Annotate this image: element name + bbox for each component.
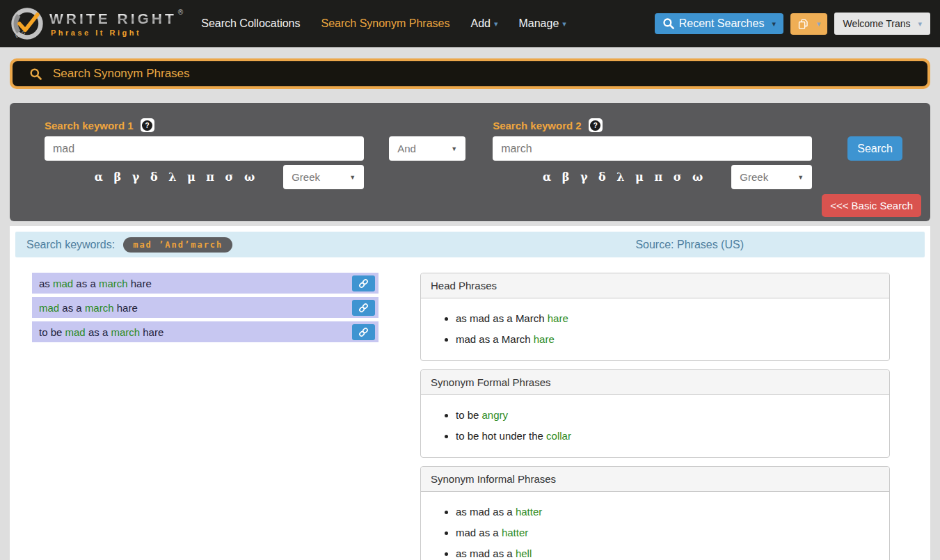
phrase-result-text: as mad as a march hare (39, 278, 152, 289)
keyword-highlight: hatter (502, 527, 528, 538)
language-select-1-value: Greek (292, 171, 320, 183)
phrase-panel: Synonym Informal Phrasesas mad as a hatt… (420, 466, 890, 560)
caret-down-icon: ▾ (817, 20, 821, 28)
nav-manage-label: Manage (518, 17, 559, 30)
phrase-result-row: as mad as a march hare (32, 273, 379, 294)
phrase-text: as mad as a (456, 547, 516, 559)
phrase-list-item: to be angry (456, 409, 875, 421)
search-button[interactable]: Search (847, 136, 902, 161)
phrase-text: as a (86, 326, 111, 338)
nav-add-label: Add (470, 17, 490, 30)
keyword-highlight: angry (482, 409, 509, 421)
main-nav: Search Collocations Search Synonym Phras… (201, 17, 566, 30)
welcome-label: Welcome Trans (843, 18, 910, 29)
link-icon (358, 278, 369, 289)
brand-tagline: Phrase It Right (51, 29, 183, 37)
phrase-text: hare (140, 326, 164, 338)
keyword-highlight: mad (53, 278, 73, 289)
phrase-result-row: to be mad as a march hare (32, 321, 379, 342)
help-icon[interactable]: ? (589, 118, 603, 132)
page-title: Search Synonym Phrases (53, 67, 190, 81)
logo-checkmark-icon: DCG (10, 6, 45, 41)
keyword2-column: Search keyword 2 ? α β γ δ λ μ π σ ω Gre… (493, 118, 812, 189)
phrase-link-button[interactable] (352, 275, 375, 291)
phrase-list-item: as mad as a March hare (456, 312, 875, 324)
search-keywords-badge: mad ’And’march (123, 237, 232, 253)
phrase-text: as a (59, 302, 85, 314)
user-menu-button[interactable]: Welcome Trans ▾ (834, 13, 930, 35)
keyword-highlight: collar (546, 430, 571, 442)
phrase-text: as (39, 278, 53, 289)
phrase-link-button[interactable] (352, 324, 375, 340)
phrase-text: as a (73, 278, 99, 289)
brand-title: WRITE RIGHT (49, 10, 177, 27)
phrase-link-button[interactable] (352, 300, 375, 316)
top-navbar: DCG WRITE RIGHT ® Phrase It Right Search… (0, 0, 940, 47)
brand-logo[interactable]: DCG WRITE RIGHT ® Phrase It Right (10, 6, 183, 41)
basic-search-button[interactable]: <<< Basic Search (822, 194, 921, 217)
search-icon (29, 67, 42, 81)
caret-down-icon: ▼ (797, 174, 804, 181)
caret-down-icon: ▼ (451, 145, 457, 152)
search-form-panel: Search keyword 1 ? α β γ δ λ μ π σ ω Gre… (10, 103, 930, 221)
results-columns: as mad as a march haremad as a march har… (15, 273, 925, 560)
nav-add[interactable]: Add ▾ (470, 17, 497, 30)
keyword-highlight: hell (516, 547, 532, 559)
phrase-text: mad as a March (456, 333, 534, 345)
phrase-list: as mad as a hattermad as a hatteras mad … (435, 506, 875, 559)
help-icon[interactable]: ? (141, 118, 154, 132)
link-icon (358, 327, 369, 337)
greek-letters-1[interactable]: α β γ δ λ μ π σ ω (95, 170, 258, 184)
nav-search-synonym-phrases[interactable]: Search Synonym Phrases (321, 17, 450, 30)
registered-mark: ® (178, 8, 183, 16)
nav-manage[interactable]: Manage ▾ (518, 17, 566, 30)
keyword1-column: Search keyword 1 ? α β γ δ λ μ π σ ω Gre… (45, 118, 364, 189)
panel-body: as mad as a March haremad as a March har… (421, 298, 889, 360)
phrase-text: hare (114, 302, 138, 314)
phrase-list: as mad as a March haremad as a March har… (435, 312, 875, 345)
recent-searches-button[interactable]: Recent Searches ▾ (655, 13, 783, 34)
copy-icon (797, 18, 809, 30)
greek-letters-2[interactable]: α β γ δ λ μ π σ ω (543, 170, 706, 184)
page-header-bar: Search Synonym Phrases (10, 58, 930, 89)
keyword2-label: Search keyword 2 (493, 120, 582, 131)
language-select-1[interactable]: Greek ▼ (283, 165, 364, 189)
phrase-list-item: as mad as a hatter (456, 506, 875, 518)
phrase-list-item: to be hot under the collar (456, 430, 875, 442)
phrase-text: mad as a (456, 527, 502, 538)
brand-text: WRITE RIGHT ® Phrase It Right (49, 10, 183, 37)
source-label: Source: Phrases (US) (635, 239, 744, 251)
phrase-text: hare (128, 278, 152, 289)
phrase-panel: Synonym Formal Phrasesto be angryto be h… (420, 369, 890, 458)
keyword2-input[interactable] (493, 136, 812, 161)
phrase-text: as mad as a March (456, 312, 548, 324)
operator-select[interactable]: And ▼ (389, 136, 465, 161)
phrase-panel: Head Phrasesas mad as a March haremad as… (420, 273, 890, 361)
phrase-result-row: mad as a march hare (32, 297, 379, 318)
caret-down-icon: ▾ (562, 20, 566, 28)
panel-title: Synonym Informal Phrases (421, 467, 889, 492)
keyword-highlight: hare (548, 312, 568, 324)
operator-select-value: And (397, 143, 416, 154)
results-area: Search keywords: mad ’And’march Source: … (10, 226, 930, 560)
phrase-result-text: mad as a march hare (39, 302, 138, 314)
phrase-text: to be hot under the (456, 430, 546, 442)
keyword1-input[interactable] (45, 136, 364, 161)
keyword-highlight: hare (534, 333, 555, 345)
keyword1-label: Search keyword 1 (45, 120, 134, 131)
phrase-list-item: mad as a hatter (456, 527, 875, 538)
caret-down-icon: ▼ (349, 174, 356, 181)
language-select-2[interactable]: Greek ▼ (731, 165, 812, 189)
nav-search-collocations[interactable]: Search Collocations (201, 17, 300, 30)
operator-column: And ▼ (389, 118, 465, 161)
keyword-highlight: march (111, 326, 140, 338)
panel-body: to be angryto be hot under the collar (421, 395, 889, 457)
phrase-text: to be (39, 326, 65, 338)
keyword-highlight: mad (39, 302, 59, 314)
panel-title: Head Phrases (421, 273, 889, 298)
keyword-highlight: march (85, 302, 114, 314)
navbar-right-group: Recent Searches ▾ ▾ Welcome Trans ▾ (655, 13, 930, 35)
page: DCG WRITE RIGHT ® Phrase It Right Search… (0, 0, 940, 560)
copy-menu-button[interactable]: ▾ (790, 13, 828, 35)
panel-body: as mad as a hattermad as a hatteras mad … (421, 492, 889, 560)
